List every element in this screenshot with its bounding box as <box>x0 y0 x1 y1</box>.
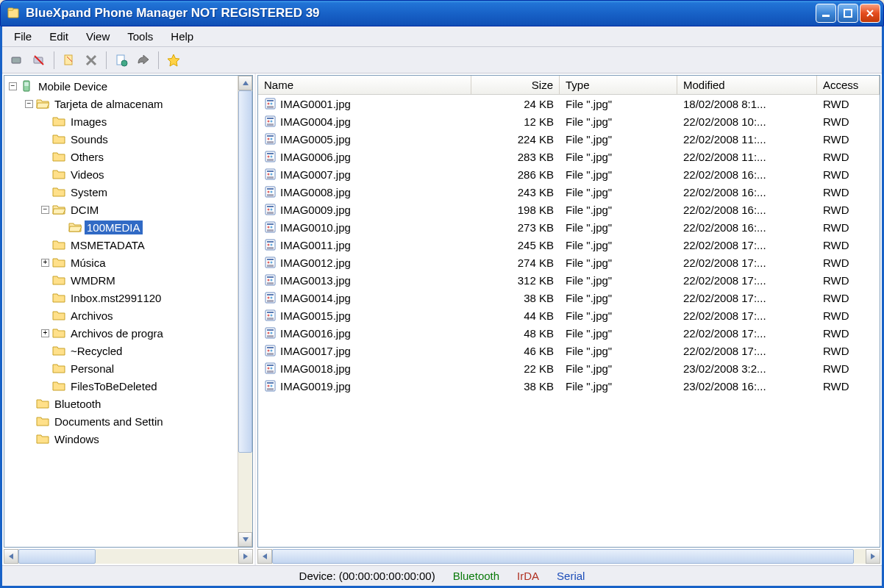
tree-item-system[interactable]: System <box>4 183 238 201</box>
tree-label[interactable]: Mobile Device <box>36 79 110 93</box>
tree-label[interactable]: Personal <box>68 362 116 376</box>
column-header-size[interactable]: Size <box>471 76 560 94</box>
tree-toggle-icon[interactable]: − <box>9 82 17 90</box>
file-row[interactable]: IMAG0005.jpg 224 KB File ".jpg" 22/02/20… <box>258 130 880 148</box>
tree-item-archivos[interactable]: Archivos <box>4 306 238 324</box>
tool-refresh-icon[interactable] <box>111 50 132 71</box>
menu-file[interactable]: File <box>5 28 40 45</box>
tree-label[interactable]: 100MEDIA <box>85 220 143 234</box>
tree-label[interactable]: Tarjeta de almacenam <box>52 97 165 111</box>
status-bluetooth[interactable]: Bluetooth <box>453 570 499 582</box>
tree-label[interactable]: Videos <box>68 168 107 182</box>
file-row[interactable]: IMAG0018.jpg 22 KB File ".jpg" 23/02/200… <box>258 359 880 377</box>
tree-label[interactable]: Others <box>68 150 106 164</box>
scroll-right-icon[interactable] <box>866 549 880 564</box>
tree-item-images[interactable]: Images <box>4 112 238 130</box>
close-button[interactable] <box>860 4 880 23</box>
file-row[interactable]: IMAG0013.jpg 312 KB File ".jpg" 22/02/20… <box>258 271 880 289</box>
list-horizontal-scrollbar[interactable] <box>257 549 880 564</box>
tree-item-media[interactable]: 100MEDIA <box>4 218 238 236</box>
tree-label[interactable]: Sounds <box>68 132 110 146</box>
tree-item-storage[interactable]: −Tarjeta de almacenam <box>4 95 238 112</box>
tool-disconnect-icon[interactable] <box>29 50 49 71</box>
column-header-modified[interactable]: Modified <box>677 76 817 94</box>
tree-item-sounds[interactable]: Sounds <box>4 130 238 148</box>
tree-item-inbox[interactable]: Inbox.mst2991120 <box>4 289 238 306</box>
tree-item-docsettings[interactable]: Documents and Settin <box>4 412 238 430</box>
tree-label[interactable]: Bluetooth <box>52 397 103 411</box>
column-header-access[interactable]: Access <box>817 76 880 94</box>
file-row[interactable]: IMAG0008.jpg 243 KB File ".jpg" 22/02/20… <box>258 183 880 201</box>
scroll-right-icon[interactable] <box>238 549 253 564</box>
tree-item-bluetooth[interactable]: Bluetooth <box>4 395 238 412</box>
status-irda[interactable]: IrDA <box>517 570 539 582</box>
scroll-left-icon[interactable] <box>257 549 272 564</box>
tool-copy-icon[interactable] <box>59 50 79 71</box>
menu-view[interactable]: View <box>77 28 118 45</box>
tree-label[interactable]: FilesToBeDeleted <box>68 379 160 393</box>
tool-connect-icon[interactable] <box>7 50 27 71</box>
file-row[interactable]: IMAG0009.jpg 198 KB File ".jpg" 22/02/20… <box>258 201 880 218</box>
scroll-up-icon[interactable] <box>238 76 252 90</box>
tree-item-progra[interactable]: +Archivos de progra <box>4 324 238 342</box>
file-row[interactable]: IMAG0004.jpg 12 KB File ".jpg" 22/02/200… <box>258 112 880 130</box>
file-row[interactable]: IMAG0015.jpg 44 KB File ".jpg" 22/02/200… <box>258 306 880 324</box>
file-list[interactable]: IMAG0001.jpg 24 KB File ".jpg" 18/02/200… <box>258 95 880 547</box>
status-serial[interactable]: Serial <box>557 570 585 582</box>
file-row[interactable]: IMAG0016.jpg 48 KB File ".jpg" 22/02/200… <box>258 324 880 342</box>
tree-label[interactable]: Images <box>68 115 109 129</box>
maximize-button[interactable] <box>838 4 858 23</box>
tree-label[interactable]: WMDRM <box>68 273 118 287</box>
scroll-thumb[interactable] <box>18 549 96 564</box>
file-row[interactable]: IMAG0006.jpg 283 KB File ".jpg" 22/02/20… <box>258 148 880 165</box>
tree-item-filesdel[interactable]: FilesToBeDeleted <box>4 377 238 395</box>
tool-favorite-icon[interactable] <box>163 50 184 71</box>
tree-item-videos[interactable]: Videos <box>4 165 238 183</box>
menu-help[interactable]: Help <box>162 28 202 45</box>
tree-label[interactable]: Música <box>68 256 108 270</box>
menu-edit[interactable]: Edit <box>40 28 77 45</box>
tree-item-musica[interactable]: +Música <box>4 254 238 271</box>
tool-delete-icon[interactable] <box>81 50 101 71</box>
tool-export-icon[interactable] <box>133 50 154 71</box>
menu-tools[interactable]: Tools <box>118 28 162 45</box>
tree-label[interactable]: Archivos de progra <box>68 326 165 340</box>
column-header-name[interactable]: Name <box>258 76 471 94</box>
tree-label[interactable]: Inbox.mst2991120 <box>68 291 163 305</box>
tree-label[interactable]: System <box>68 185 110 199</box>
tree-label[interactable]: DCIM <box>68 203 101 217</box>
file-row[interactable]: IMAG0019.jpg 38 KB File ".jpg" 23/02/200… <box>258 377 880 395</box>
scroll-left-icon[interactable] <box>4 549 18 564</box>
tree-item-dcim[interactable]: −DCIM <box>4 201 238 218</box>
scroll-thumb[interactable] <box>238 90 252 453</box>
tree-label[interactable]: Windows <box>52 432 101 446</box>
tree-item-msmeta[interactable]: MSMETADATA <box>4 236 238 254</box>
scroll-thumb[interactable] <box>272 549 854 564</box>
tree-item-windows[interactable]: Windows <box>4 430 238 448</box>
tree-item-recycled[interactable]: ~Recycled <box>4 342 238 359</box>
tree-toggle-icon[interactable]: + <box>41 329 49 337</box>
file-row[interactable]: IMAG0017.jpg 46 KB File ".jpg" 22/02/200… <box>258 342 880 359</box>
tree-vertical-scrollbar[interactable] <box>238 76 252 547</box>
tree-toggle-icon[interactable]: + <box>41 259 49 267</box>
tree-toggle-icon[interactable]: − <box>41 206 49 214</box>
scroll-down-icon[interactable] <box>238 532 252 547</box>
folder-tree[interactable]: −Mobile Device−Tarjeta de almacenamImage… <box>4 76 238 547</box>
file-row[interactable]: IMAG0012.jpg 274 KB File ".jpg" 22/02/20… <box>258 254 880 271</box>
file-row[interactable]: IMAG0007.jpg 286 KB File ".jpg" 22/02/20… <box>258 165 880 183</box>
tree-item-personal[interactable]: Personal <box>4 359 238 377</box>
tree-item-root[interactable]: −Mobile Device <box>4 77 238 95</box>
tree-toggle-icon[interactable]: − <box>25 100 33 108</box>
tree-item-others[interactable]: Others <box>4 148 238 165</box>
column-header-type[interactable]: Type <box>560 76 677 94</box>
tree-label[interactable]: Documents and Settin <box>52 415 165 429</box>
tree-horizontal-scrollbar[interactable] <box>4 549 253 564</box>
tree-item-wmdrm[interactable]: WMDRM <box>4 271 238 289</box>
tree-label[interactable]: MSMETADATA <box>68 238 147 252</box>
file-row[interactable]: IMAG0011.jpg 245 KB File ".jpg" 22/02/20… <box>258 236 880 254</box>
titlebar[interactable]: BlueXpand Phone Manager NOT REGISTERED 3… <box>0 0 884 26</box>
tree-label[interactable]: Archivos <box>68 309 115 323</box>
minimize-button[interactable] <box>816 4 836 23</box>
tree-label[interactable]: ~Recycled <box>68 344 124 358</box>
file-row[interactable]: IMAG0010.jpg 273 KB File ".jpg" 22/02/20… <box>258 218 880 236</box>
